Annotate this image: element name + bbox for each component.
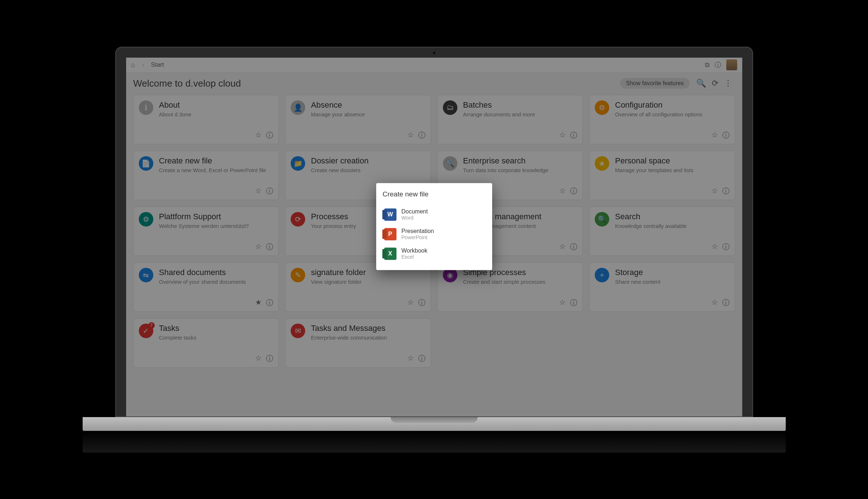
feature-card[interactable]: 🗂 Batches Arrange documents and more ☆ ⓘ xyxy=(437,95,583,144)
star-icon[interactable]: ☆ xyxy=(407,130,414,140)
card-title: signature folder xyxy=(311,268,366,277)
laptop-camera xyxy=(432,51,436,55)
feature-card[interactable]: 🔍 Search Knowledge centrally available ☆… xyxy=(589,207,735,256)
star-icon[interactable]: ★ xyxy=(255,298,262,308)
modal-option-title: Workbook xyxy=(402,248,428,254)
star-icon[interactable]: ☆ xyxy=(559,186,566,196)
feature-card[interactable]: ⚙ Plattform Support Welche Systeme werde… xyxy=(133,207,279,256)
laptop-mockup: ⌂ › Start ⧉ ⓘ Welcome to d.velop cloud S… xyxy=(115,47,753,453)
feature-card[interactable]: ⇋ Shared documents Overview of your shar… xyxy=(133,262,279,312)
card-description: Share new content xyxy=(615,279,660,285)
breadcrumb-separator: › xyxy=(142,61,144,69)
card-title: Enterprise search xyxy=(463,156,548,166)
info-icon[interactable]: ⓘ xyxy=(418,298,425,308)
star-icon[interactable]: ☆ xyxy=(255,242,262,252)
card-description: Knowledge centrally available xyxy=(615,223,687,229)
info-icon[interactable]: ⓘ xyxy=(266,354,273,363)
card-description: Overview of your shared documents xyxy=(159,279,246,285)
feature-card[interactable]: 📄 Create new file Create a new Word, Exc… xyxy=(133,151,279,200)
card-icon: ⚙ xyxy=(595,100,609,115)
card-icon: ✓7 xyxy=(139,324,153,338)
modal-option-subtitle: PowerPoint xyxy=(402,234,434,240)
star-icon[interactable]: ☆ xyxy=(407,354,414,363)
card-title: Dossier creation xyxy=(311,156,369,166)
feature-card[interactable]: ⚙ Configuration Overview of all configur… xyxy=(589,95,735,144)
star-icon[interactable]: ☆ xyxy=(407,298,414,308)
info-icon[interactable]: ⓘ xyxy=(266,186,273,196)
card-description: Turn data into corporate knowledge xyxy=(463,167,548,173)
star-icon[interactable]: ☆ xyxy=(711,242,718,252)
info-icon[interactable]: ⓘ xyxy=(266,242,273,252)
info-icon[interactable]: ⓘ xyxy=(715,61,721,69)
info-icon[interactable]: ⓘ xyxy=(722,298,730,308)
card-description: Create a new Word, Excel or PowerPoint f… xyxy=(159,167,266,173)
card-title: Storage xyxy=(615,268,660,277)
info-icon[interactable]: ⓘ xyxy=(570,130,577,140)
page-header: Welcome to d.velop cloud Show favorite f… xyxy=(133,78,735,89)
card-description: Manage your templates and lists xyxy=(615,167,693,173)
refresh-icon[interactable]: ⟳ xyxy=(712,79,718,88)
info-icon[interactable]: ⓘ xyxy=(418,354,425,363)
info-icon[interactable]: ⓘ xyxy=(722,242,730,252)
modal-option[interactable]: X Workbook Excel xyxy=(383,244,486,263)
card-description: Enterprise-wide communication xyxy=(311,334,387,341)
star-icon[interactable]: ☆ xyxy=(711,186,718,196)
modal-option[interactable]: W Document Word xyxy=(383,205,486,224)
card-description: Manage your absence xyxy=(311,111,365,117)
open-new-window-icon[interactable]: ⧉ xyxy=(705,61,710,69)
card-title: Tasks xyxy=(159,324,196,333)
card-title: Processes xyxy=(311,212,356,221)
modal-option-title: Document xyxy=(402,208,428,215)
card-icon: ⟳ xyxy=(291,212,305,226)
home-icon[interactable]: ⌂ xyxy=(131,61,135,69)
show-favorites-chip[interactable]: Show favorite features xyxy=(620,78,689,89)
search-icon[interactable]: 🔍 xyxy=(696,79,706,88)
card-description: Create and start simple processes xyxy=(463,279,546,285)
card-title: Shared documents xyxy=(159,268,246,277)
star-icon[interactable]: ☆ xyxy=(255,354,262,363)
feature-card[interactable]: 👤 Absence Manage your absence ☆ ⓘ xyxy=(285,95,431,144)
card-description: Your process entry xyxy=(311,223,356,229)
card-icon: 🔍 xyxy=(595,212,609,226)
modal-option[interactable]: P Presentation PowerPoint xyxy=(383,224,486,244)
info-icon[interactable]: ⓘ xyxy=(722,186,730,196)
card-icon: 🔍 xyxy=(443,156,457,171)
card-title: Create new file xyxy=(159,156,266,166)
info-icon[interactable]: ⓘ xyxy=(722,130,730,140)
feature-card[interactable]: ★ Personal space Manage your templates a… xyxy=(589,151,735,200)
star-icon[interactable]: ☆ xyxy=(711,298,718,308)
card-title: Personal space xyxy=(615,156,693,166)
feature-card[interactable]: ＋ Storage Share new content ☆ ⓘ xyxy=(589,262,735,312)
star-icon[interactable]: ☆ xyxy=(255,130,262,140)
info-icon[interactable]: ⓘ xyxy=(570,186,577,196)
star-icon[interactable]: ☆ xyxy=(255,186,262,196)
filetype-icon: W xyxy=(384,208,396,221)
card-icon: ℹ xyxy=(139,100,153,115)
card-icon: 👤 xyxy=(291,100,305,115)
info-icon[interactable]: ⓘ xyxy=(266,298,273,308)
info-icon[interactable]: ⓘ xyxy=(570,242,577,252)
card-icon: ✉ xyxy=(291,324,305,338)
info-icon[interactable]: ⓘ xyxy=(418,130,425,140)
more-icon[interactable]: ⋮ xyxy=(724,79,732,88)
feature-card[interactable]: ℹ About About d.3one ☆ ⓘ xyxy=(133,95,279,144)
feature-card[interactable]: ✓7 Tasks Complete tasks ☆ ⓘ xyxy=(133,318,279,367)
card-icon: ＋ xyxy=(595,268,609,282)
feature-card[interactable]: ✉ Tasks and Messages Enterprise-wide com… xyxy=(285,318,431,367)
star-icon[interactable]: ☆ xyxy=(559,130,566,140)
star-icon[interactable]: ☆ xyxy=(711,130,718,140)
star-icon[interactable]: ☆ xyxy=(559,242,566,252)
breadcrumb-current[interactable]: Start xyxy=(151,61,164,68)
card-icon: 📁 xyxy=(291,156,305,171)
card-description: Overview of all configuration options xyxy=(615,111,702,117)
info-icon[interactable]: ⓘ xyxy=(266,130,273,140)
laptop-base xyxy=(83,417,786,431)
info-icon[interactable]: ⓘ xyxy=(570,298,577,308)
create-new-file-modal: Create new file W Document Word P Presen… xyxy=(376,183,492,270)
card-description: View signature folder xyxy=(311,279,366,285)
card-title: Absence xyxy=(311,100,365,110)
user-avatar[interactable] xyxy=(726,59,737,70)
modal-title: Create new file xyxy=(383,190,486,198)
star-icon[interactable]: ☆ xyxy=(559,298,566,308)
card-icon: ★ xyxy=(595,156,609,171)
